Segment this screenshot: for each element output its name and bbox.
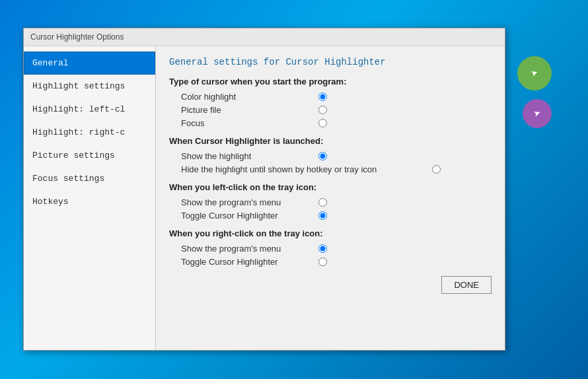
radio-hide-highlight[interactable] <box>432 165 441 174</box>
sidebar-item-highlight-right[interactable]: Highlight: right-c <box>24 121 155 144</box>
desktop: ➤ ➤ Cursor Highlighter Options General H… <box>0 0 588 379</box>
option-color-highlight: Color highlight <box>181 92 492 102</box>
done-row: DONE <box>169 276 492 296</box>
option-hide-highlight-label: Hide the highlight until shown by hotkey… <box>181 164 432 174</box>
option-focus-label: Focus <box>181 118 313 128</box>
radio-focus[interactable] <box>318 119 327 127</box>
option-right-show-menu-label: Show the program's menu <box>181 244 313 254</box>
radio-color-highlight[interactable] <box>318 92 327 101</box>
sidebar: General Highlight settings Highlight: le… <box>24 46 156 350</box>
option-right-show-menu: Show the program's menu <box>181 244 492 254</box>
dialog-title: Cursor Highlighter Options <box>30 32 124 42</box>
group3-label: When you left-click on the tray icon: <box>169 182 492 192</box>
option-left-show-menu: Show the program's menu <box>181 197 492 207</box>
sidebar-item-general[interactable]: General <box>24 52 155 75</box>
main-content: General settings for Cursor Highlighter … <box>156 46 505 350</box>
group1-label: Type of cursor when you start the progra… <box>169 77 492 86</box>
option-left-toggle-label: Toggle Cursor Highlighter <box>181 211 313 221</box>
option-color-highlight-label: Color highlight <box>181 92 313 102</box>
radio-picture-file[interactable] <box>318 106 327 114</box>
done-button[interactable]: DONE <box>441 276 492 294</box>
dialog-titlebar: Cursor Highlighter Options <box>24 28 505 46</box>
option-focus: Focus <box>181 118 492 128</box>
option-picture-file: Picture file <box>181 105 492 115</box>
dialog-body: General Highlight settings Highlight: le… <box>24 46 505 350</box>
sidebar-item-highlight-settings[interactable]: Highlight settings <box>24 75 155 98</box>
option-picture-file-label: Picture file <box>181 105 313 115</box>
sidebar-item-hotkeys[interactable]: Hotkeys <box>24 190 155 213</box>
option-hide-highlight: Hide the highlight until shown by hotkey… <box>181 164 492 174</box>
option-show-highlight: Show the highlight <box>181 151 492 161</box>
option-show-highlight-label: Show the highlight <box>181 151 313 161</box>
cursor-highlight-purple: ➤ <box>523 99 552 128</box>
option-left-show-menu-label: Show the program's menu <box>181 197 313 207</box>
radio-show-highlight[interactable] <box>318 152 327 160</box>
cursor-highlight-green: ➤ <box>517 56 552 90</box>
section-title: General settings for Cursor Highlighter <box>169 57 492 67</box>
purple-cursor-arrow: ➤ <box>531 106 543 121</box>
radio-left-show-menu[interactable] <box>318 198 327 207</box>
sidebar-item-highlight-left[interactable]: Highlight: left-cl <box>24 98 155 121</box>
radio-right-toggle[interactable] <box>318 258 327 266</box>
option-left-toggle: Toggle Cursor Highlighter <box>181 211 492 221</box>
sidebar-item-picture-settings[interactable]: Picture settings <box>24 144 155 167</box>
group4-label: When you right-click on the tray icon: <box>169 228 492 238</box>
radio-right-show-menu[interactable] <box>318 244 327 253</box>
sidebar-item-focus-settings[interactable]: Focus settings <box>24 167 155 190</box>
group2-label: When Cursor Highlighter is launched: <box>169 136 492 146</box>
dialog-window: Cursor Highlighter Options General Highl… <box>23 28 505 351</box>
green-cursor-arrow: ➤ <box>529 65 540 81</box>
option-right-toggle-label: Toggle Cursor Highlighter <box>181 257 313 267</box>
option-right-toggle: Toggle Cursor Highlighter <box>181 257 492 267</box>
radio-left-toggle[interactable] <box>318 211 327 220</box>
